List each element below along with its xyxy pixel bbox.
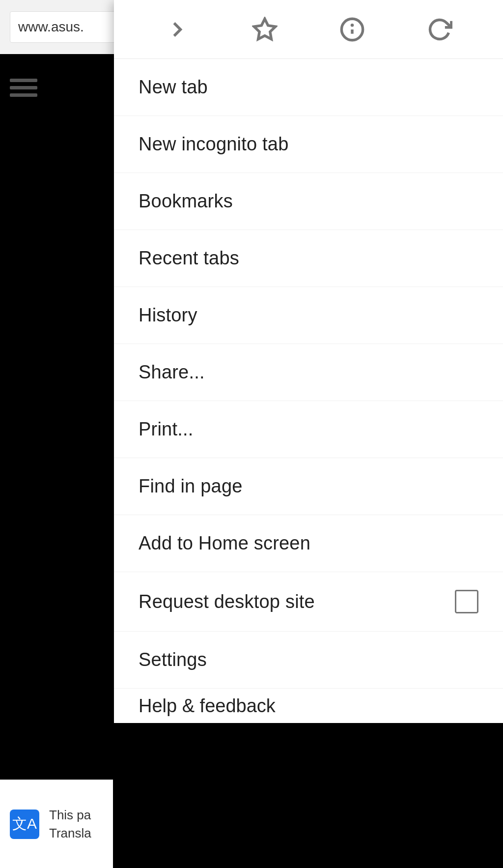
forward-button[interactable]	[160, 12, 195, 47]
menu-item-label-bookmarks: Bookmarks	[139, 191, 233, 212]
dropdown-toolbar	[114, 0, 503, 59]
menu-item-bookmarks[interactable]: Bookmarks	[114, 173, 503, 230]
menu-item-label-settings: Settings	[139, 649, 207, 670]
translate-bar: 文A This pa Transla	[0, 780, 113, 868]
star-icon	[252, 17, 278, 42]
translate-icon-text: 文A	[12, 814, 37, 834]
menu-item-history[interactable]: History	[114, 287, 503, 344]
menu-item-label-print: Print...	[139, 419, 193, 440]
page-content-behind: 文A This pa Transla	[0, 54, 113, 868]
menu-item-share[interactable]: Share...	[114, 344, 503, 401]
menu-item-label-request-desktop-site: Request desktop site	[139, 591, 315, 612]
translate-line2: Transla	[49, 824, 91, 842]
menu-item-print[interactable]: Print...	[114, 401, 503, 458]
dropdown-menu: New tabNew incognito tabBookmarksRecent …	[114, 0, 503, 723]
forward-arrow-icon	[165, 17, 190, 42]
menu-item-new-tab[interactable]: New tab	[114, 59, 503, 116]
menu-item-label-new-incognito-tab: New incognito tab	[139, 134, 288, 155]
refresh-icon	[427, 17, 452, 42]
translate-text: This pa Transla	[49, 806, 91, 842]
menu-item-label-add-to-home-screen: Add to Home screen	[139, 533, 310, 554]
translate-icon: 文A	[10, 810, 39, 839]
menu-item-label-find-in-page: Find in page	[139, 476, 243, 497]
hamburger-area	[10, 79, 37, 97]
menu-item-label-new-tab: New tab	[139, 77, 208, 98]
menu-item-label-share: Share...	[139, 362, 205, 383]
menu-item-recent-tabs[interactable]: Recent tabs	[114, 230, 503, 287]
url-bar[interactable]: www.asus.	[10, 11, 118, 43]
url-text: www.asus.	[18, 19, 84, 35]
menu-item-help-feedback[interactable]: Help & feedback	[114, 689, 503, 723]
menu-item-settings[interactable]: Settings	[114, 632, 503, 689]
bookmark-button[interactable]	[248, 12, 282, 47]
info-button[interactable]	[335, 12, 369, 47]
menu-item-label-history: History	[139, 305, 197, 326]
translate-line1: This pa	[49, 806, 91, 824]
menu-items-list: New tabNew incognito tabBookmarksRecent …	[114, 59, 503, 723]
checkbox-request-desktop-site[interactable]	[455, 590, 478, 613]
menu-item-label-recent-tabs: Recent tabs	[139, 248, 239, 269]
info-icon	[339, 17, 365, 42]
menu-item-request-desktop-site[interactable]: Request desktop site	[114, 572, 503, 632]
menu-item-new-incognito-tab[interactable]: New incognito tab	[114, 116, 503, 173]
hamburger-icon	[10, 79, 37, 97]
menu-item-add-to-home-screen[interactable]: Add to Home screen	[114, 515, 503, 572]
refresh-button[interactable]	[422, 12, 457, 47]
menu-item-find-in-page[interactable]: Find in page	[114, 458, 503, 515]
svg-marker-0	[254, 19, 275, 39]
